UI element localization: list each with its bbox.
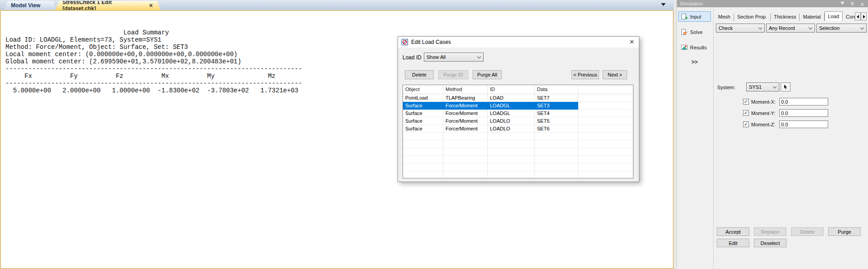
- cell-data: SET6: [535, 125, 578, 133]
- moment-z-field[interactable]: [779, 120, 828, 128]
- sidebar-expand-button[interactable]: >>: [691, 59, 698, 65]
- moment-y-field[interactable]: [779, 109, 828, 117]
- tab-load[interactable]: Load: [825, 11, 843, 21]
- sidebar-item-solve[interactable]: Solve: [681, 29, 703, 35]
- delete-button[interactable]: Delete: [405, 70, 434, 79]
- purge-button[interactable]: Purge: [828, 227, 861, 236]
- list-header-row: Object Method ID Data: [403, 85, 633, 94]
- selection-dropdown[interactable]: Selection: [816, 24, 867, 33]
- table-row[interactable]: PointLoad TLAPBearing LOAD SET7: [403, 94, 633, 102]
- cell-method: Force/Moment: [443, 117, 488, 125]
- simulation-panel: Simulation ✕ Input Solve: [676, 0, 868, 269]
- table-row[interactable]: Surface Force/Moment LOADGL SET4: [403, 110, 633, 117]
- sidebar-divider: [713, 7, 714, 269]
- panel-close-icon[interactable]: ✕: [860, 1, 864, 8]
- col-object[interactable]: Object: [403, 85, 443, 94]
- method-tab-strip: Mesh Section Prop. Thickness Material Lo…: [715, 11, 861, 21]
- table-row-selected[interactable]: Surface Force/Moment LOADGL SET3: [403, 102, 633, 110]
- system-dropdown[interactable]: SYS1: [746, 82, 779, 91]
- cell-method: Force/Moment: [443, 110, 488, 117]
- cell-id: LOAD: [488, 94, 535, 102]
- cursor-pick-icon: [783, 84, 788, 90]
- sidebar-item-label: Solve: [690, 29, 703, 35]
- accept-button[interactable]: Accept: [717, 227, 749, 236]
- solve-icon: [681, 29, 688, 35]
- load-cases-list[interactable]: Object Method ID Data PointLoad TLAPBear…: [403, 85, 633, 178]
- empty-row: [403, 133, 633, 140]
- chevron-down-icon: [809, 26, 812, 29]
- moment-z-label: Moment-Z:: [751, 122, 775, 127]
- table-row[interactable]: Surface Force/Moment LOADLO SET6: [403, 125, 633, 133]
- pick-system-button[interactable]: [781, 82, 791, 91]
- cell-empty: [578, 125, 633, 133]
- tab-close-icon[interactable]: ✕: [149, 3, 153, 9]
- tab-stresscheck-edit[interactable]: StressCheck 1 Edit [dataset.chk] ✕: [55, 1, 160, 10]
- purge-id-button: Purge ID: [438, 70, 468, 79]
- cell-data: SET5: [535, 117, 578, 125]
- tab-scroll-right-icon[interactable]: [861, 12, 867, 20]
- empty-row: [403, 171, 633, 178]
- dialog-title: Edit Load Cases: [411, 39, 451, 45]
- sidebar-item-label: Input: [690, 14, 701, 19]
- pin-icon[interactable]: [850, 2, 854, 6]
- tab-model-view[interactable]: Model View: [4, 1, 56, 10]
- sidebar-item-label: Results: [690, 45, 707, 50]
- next-button[interactable]: Next >: [603, 70, 627, 79]
- panel-title-bar: Simulation ✕: [677, 0, 868, 7]
- cell-object: Surface: [403, 102, 443, 110]
- cell-data: SET3: [535, 102, 578, 110]
- col-id[interactable]: ID: [488, 85, 535, 94]
- panel-title: Simulation: [680, 1, 703, 6]
- tab-scroll-left-icon[interactable]: [855, 12, 861, 20]
- previous-button[interactable]: < Previous: [571, 70, 599, 79]
- results-icon: [681, 44, 688, 51]
- load-id-dropdown[interactable]: Show All: [424, 53, 484, 62]
- tab-model-view-label: Model View: [11, 2, 40, 9]
- cell-empty: [578, 110, 633, 117]
- window-menu-icon[interactable]: [840, 2, 844, 5]
- cell-id: LOADLO: [488, 125, 535, 133]
- tab-thickness[interactable]: Thickness: [771, 13, 800, 21]
- check-dropdown[interactable]: Check: [716, 24, 765, 33]
- record-dropdown[interactable]: Any Record: [766, 24, 815, 33]
- col-empty: [578, 85, 633, 94]
- tab-section-prop[interactable]: Section Prop.: [734, 13, 771, 21]
- replace-button: Replace: [754, 227, 786, 236]
- chevron-down-icon: [477, 55, 481, 58]
- chevron-down-icon: [758, 26, 762, 29]
- col-data[interactable]: Data: [535, 85, 578, 94]
- cell-object: Surface: [403, 117, 443, 125]
- selection-dropdown-value: Selection: [819, 25, 839, 31]
- document-tab-bar: Model View StressCheck 1 Edit [dataset.c…: [0, 0, 674, 10]
- edit-button[interactable]: Edit: [717, 239, 749, 247]
- tab-material[interactable]: Material: [800, 13, 824, 21]
- moment-x-field[interactable]: [779, 98, 828, 106]
- moment-y-checkbox[interactable]: ✓: [743, 110, 749, 116]
- empty-row: [403, 163, 633, 171]
- empty-row: [403, 140, 633, 148]
- moment-x-checkbox[interactable]: ✓: [743, 99, 749, 105]
- empty-row: [403, 148, 633, 156]
- cell-empty: [578, 102, 633, 110]
- col-method[interactable]: Method: [443, 85, 488, 94]
- cell-empty: [578, 117, 633, 125]
- load-id-label: Load ID: [403, 54, 422, 61]
- cell-object: Surface: [403, 125, 443, 133]
- load-id-value: Show All: [427, 54, 446, 60]
- system-dropdown-value: SYS1: [749, 84, 762, 90]
- sidebar-item-results[interactable]: Results: [681, 44, 707, 51]
- deselect-button[interactable]: Deselect: [754, 239, 786, 247]
- moment-x-label: Moment-X:: [751, 99, 776, 105]
- stresscheck-logo-icon: [402, 39, 408, 45]
- sidebar-item-input[interactable]: Input: [678, 11, 711, 22]
- table-row[interactable]: Surface Force/Moment LOADLO SET5: [403, 117, 633, 125]
- dialog-close-icon[interactable]: ✕: [629, 38, 634, 45]
- moment-z-checkbox[interactable]: ✓: [743, 121, 749, 127]
- tab-mesh[interactable]: Mesh: [715, 13, 734, 21]
- purge-all-button[interactable]: Purge All: [473, 70, 502, 79]
- edit-load-cases-dialog: Edit Load Cases ✕ Load ID Show All Delet…: [398, 36, 639, 182]
- tab-list-dropdown-icon[interactable]: [661, 3, 666, 6]
- load-summary-report: Load Summary Load ID: LOADGL, Elements=7…: [5, 29, 302, 94]
- cell-id: LOADGL: [488, 102, 535, 110]
- system-label: System:: [717, 85, 735, 90]
